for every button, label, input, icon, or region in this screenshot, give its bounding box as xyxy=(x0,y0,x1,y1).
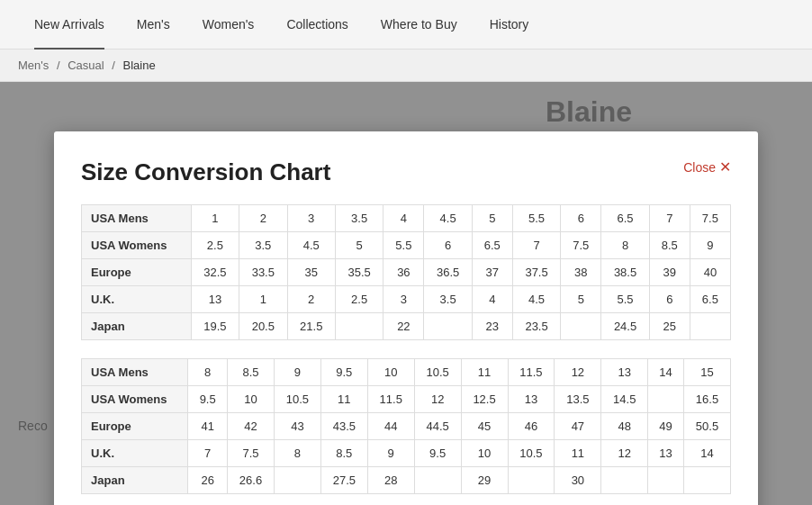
cell-value: 2 xyxy=(239,205,287,232)
breadcrumb-mens[interactable]: Men's xyxy=(18,59,49,72)
cell-value: 14.5 xyxy=(601,386,648,413)
cell-value: 15 xyxy=(683,359,730,386)
cell-value: 3.5 xyxy=(239,232,287,259)
cell-value: 20.5 xyxy=(239,313,287,340)
cell-value: 12 xyxy=(555,359,601,386)
cell-value: 6 xyxy=(561,205,601,232)
table-row: U.K.13122.533.544.555.566.5 xyxy=(82,286,731,313)
row-label: U.K. xyxy=(82,286,192,313)
cell-value: 12 xyxy=(414,386,461,413)
cell-value: 33.5 xyxy=(239,259,287,286)
cell-value: 6 xyxy=(424,232,472,259)
cell-value: 19.5 xyxy=(191,313,239,340)
cell-value: 14 xyxy=(648,359,684,386)
nav-item-women's[interactable]: Women's xyxy=(186,0,271,50)
cell-value xyxy=(683,467,730,494)
cell-value: 5.5 xyxy=(383,232,424,259)
cell-value: 3 xyxy=(383,286,424,313)
nav-item-new-arrivals[interactable]: New Arrivals xyxy=(18,0,121,50)
cell-value: 6.5 xyxy=(601,205,649,232)
breadcrumb-sep2: / xyxy=(112,59,115,72)
cell-value: 6.5 xyxy=(472,232,512,259)
cell-value xyxy=(690,313,730,340)
cell-value: 8.5 xyxy=(320,440,367,467)
cell-value: 4.5 xyxy=(287,232,335,259)
navigation: New ArrivalsMen'sWomen'sCollectionsWhere… xyxy=(0,0,812,50)
cell-value: 1 xyxy=(239,286,287,313)
close-button[interactable]: Close ✕ xyxy=(683,158,731,176)
breadcrumb-casual[interactable]: Casual xyxy=(68,59,104,72)
cell-value xyxy=(508,467,555,494)
cell-value: 11.5 xyxy=(508,359,555,386)
close-icon: ✕ xyxy=(719,158,731,176)
cell-value: 3.5 xyxy=(335,205,383,232)
nav-item-men's[interactable]: Men's xyxy=(121,0,186,50)
cell-value: 9.5 xyxy=(320,359,367,386)
cell-value: 6.5 xyxy=(690,286,730,313)
cell-value: 10.5 xyxy=(508,440,555,467)
cell-value: 9.5 xyxy=(414,440,461,467)
cell-value: 10.5 xyxy=(274,386,320,413)
table-row: U.K.77.588.599.51010.511121314 xyxy=(82,440,731,467)
cell-value: 32.5 xyxy=(191,259,239,286)
cell-value: 3.5 xyxy=(424,286,472,313)
cell-value: 11 xyxy=(555,440,601,467)
row-label: USA Womens xyxy=(82,232,192,259)
close-label: Close xyxy=(683,160,716,175)
cell-value: 6 xyxy=(649,286,690,313)
cell-value: 27.5 xyxy=(320,467,367,494)
row-label: Europe xyxy=(82,259,192,286)
nav-item-collections[interactable]: Collections xyxy=(270,0,364,50)
cell-value: 46 xyxy=(508,413,555,440)
table-row: USA Mens88.599.51010.51111.512131415 xyxy=(82,359,731,386)
cell-value: 49 xyxy=(648,413,684,440)
cell-value: 25 xyxy=(649,313,690,340)
cell-value xyxy=(648,467,684,494)
cell-value: 48 xyxy=(601,413,648,440)
row-label: USA Mens xyxy=(82,205,192,232)
cell-value: 11 xyxy=(461,359,508,386)
breadcrumb-sep1: / xyxy=(57,59,60,72)
cell-value xyxy=(424,313,472,340)
cell-value: 36 xyxy=(383,259,424,286)
nav-item-where-to-buy[interactable]: Where to Buy xyxy=(365,0,474,50)
nav-item-history[interactable]: History xyxy=(474,0,546,50)
cell-value: 5.5 xyxy=(512,205,560,232)
cell-value: 4 xyxy=(383,205,424,232)
cell-value: 43 xyxy=(274,413,320,440)
cell-value: 16.5 xyxy=(683,386,730,413)
cell-value: 7 xyxy=(512,232,560,259)
row-label: U.K. xyxy=(82,440,188,467)
cell-value: 12.5 xyxy=(461,386,508,413)
cell-value: 7.5 xyxy=(228,440,275,467)
cell-value: 11.5 xyxy=(367,386,414,413)
cell-value: 9.5 xyxy=(188,386,228,413)
cell-value: 23 xyxy=(472,313,512,340)
size-table-2: USA Mens88.599.51010.51111.512131415USA … xyxy=(81,358,731,494)
cell-value: 1 xyxy=(191,205,239,232)
cell-value: 2.5 xyxy=(191,232,239,259)
cell-value: 35.5 xyxy=(335,259,383,286)
modal-header: Size Conversion Chart Close ✕ xyxy=(81,158,731,186)
table-row: USA Mens1233.544.555.566.577.5 xyxy=(82,205,731,232)
table-row: Japan2626.627.5282930 xyxy=(82,467,731,494)
row-label: USA Mens xyxy=(82,359,188,386)
cell-value: 5.5 xyxy=(601,286,649,313)
row-label: Japan xyxy=(82,313,192,340)
cell-value: 7 xyxy=(649,205,690,232)
cell-value: 4.5 xyxy=(424,205,472,232)
cell-value: 10 xyxy=(228,386,275,413)
cell-value: 10.5 xyxy=(414,359,461,386)
cell-value xyxy=(335,313,383,340)
breadcrumb-current: Blaine xyxy=(123,59,156,72)
cell-value: 9 xyxy=(367,440,414,467)
cell-value: 29 xyxy=(461,467,508,494)
cell-value: 37 xyxy=(472,259,512,286)
cell-value: 11 xyxy=(320,386,367,413)
size-tables: USA Mens1233.544.555.566.577.5USA Womens… xyxy=(81,204,731,494)
cell-value: 10 xyxy=(461,440,508,467)
cell-value: 44 xyxy=(367,413,414,440)
row-label: Europe xyxy=(82,413,188,440)
table-row: USA Womens2.53.54.555.566.577.588.59 xyxy=(82,232,731,259)
cell-value: 14 xyxy=(683,440,730,467)
